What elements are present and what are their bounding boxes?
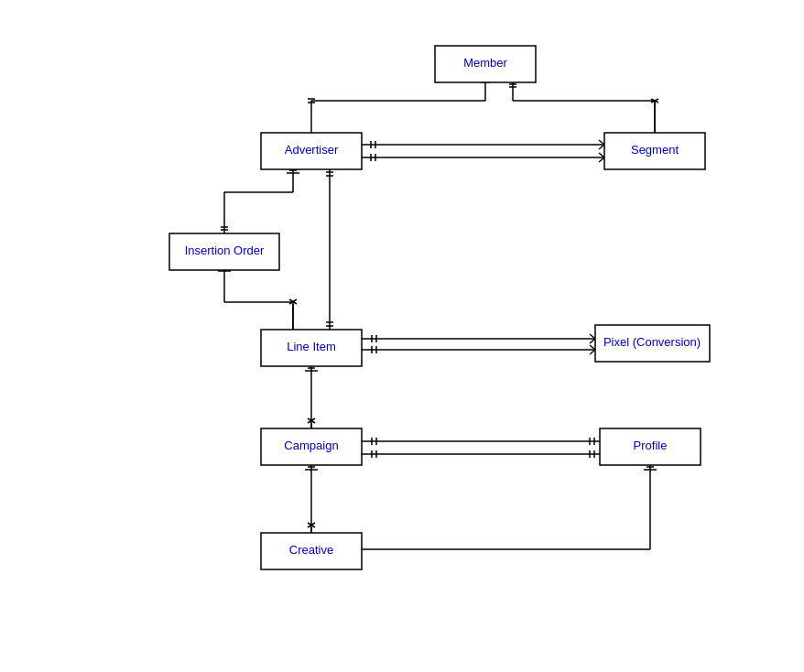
- insertion-order-label: Insertion Order: [185, 244, 265, 257]
- pixel-label: Pixel (Conversion): [603, 335, 701, 349]
- line-item-label: Line Item: [287, 340, 335, 353]
- profile-label: Profile: [634, 439, 668, 452]
- segment-label: Segment: [631, 143, 679, 157]
- member-label: Member: [463, 56, 507, 70]
- advertiser-label: Advertiser: [285, 143, 339, 157]
- creative-label: Creative: [289, 543, 333, 557]
- campaign-label: Campaign: [284, 439, 338, 452]
- diagram-canvas: Member Advertiser Segment Insertion Orde…: [0, 0, 804, 672]
